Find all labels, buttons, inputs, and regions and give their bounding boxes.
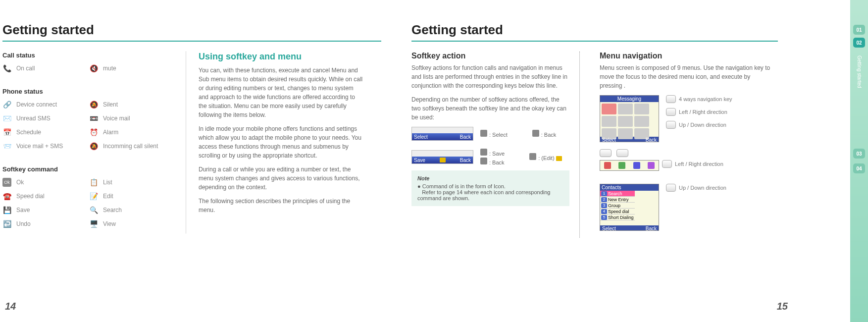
call-status-heading: Call status: [2, 52, 171, 59]
mute-icon: 🔇: [89, 64, 98, 73]
softkey-bar: Select Back: [411, 127, 473, 141]
search-icon: 🔍: [89, 206, 98, 215]
menu-navigation-heading: Menu navigation: [600, 52, 773, 60]
page-left: Getting started Call status 📞 On call 🔇 …: [0, 0, 396, 322]
screen-title: Messaging: [600, 96, 659, 102]
phone-screen-messaging: Messaging SelectBack: [600, 95, 659, 142]
command-item: 🖥️View: [89, 219, 171, 228]
save-icon: 💾: [2, 206, 11, 215]
command-label: List: [103, 179, 112, 186]
softkey-left-icon: [600, 149, 612, 157]
phone-screen-contacts: Contacts 1Search 2New Entry 3Group 4Spee…: [600, 184, 659, 231]
edit-mini-icon: [440, 158, 446, 162]
key-icon: [480, 130, 487, 137]
page-number: 15: [777, 301, 788, 312]
list-item: 1Search: [600, 191, 635, 197]
body-paragraph: Softkey actions for function calls and n…: [411, 63, 569, 90]
keypad-hint: [600, 149, 773, 157]
page-title: Getting started: [2, 22, 381, 38]
page-right: Getting started Softkey action Softkey a…: [397, 0, 793, 322]
softkey-command-heading: Softkey command: [2, 165, 171, 173]
body-paragraph: You can, with these functions, execute a…: [199, 66, 364, 119]
status-item: ✉️Unread SMS: [2, 114, 84, 123]
silent-icon: 🔕: [89, 100, 98, 109]
status-item: ⏰Alarm: [89, 128, 171, 137]
softkey-example-row: 5987408 Save Back : Save : Back :: [411, 149, 569, 165]
list-icon: 📋: [89, 178, 98, 187]
list-item: 5Short Dialing: [600, 215, 635, 220]
chapter-tab[interactable]: 04: [853, 163, 865, 173]
command-item: 💾Save: [2, 206, 84, 215]
status-item: 📨Voice mail + SMS: [2, 142, 84, 151]
list-item: 3Group: [600, 203, 635, 209]
nav-key-desc: Up / Down direction: [666, 184, 726, 192]
status-label: Incomming call silent: [103, 143, 158, 150]
menu-navigation-column: Menu navigation Menu screen is composed …: [595, 52, 773, 238]
command-item: 📋List: [89, 178, 171, 187]
undo-icon: ↩️: [2, 219, 11, 228]
schedule-icon: 📅: [2, 128, 11, 137]
softkey-left-label: Save: [414, 158, 425, 163]
status-column: Call status 📞 On call 🔇 mute Phone statu…: [2, 52, 171, 233]
command-label: Ok: [16, 179, 24, 186]
chapter-tab[interactable]: 03: [853, 149, 865, 159]
page-number: 14: [5, 301, 16, 312]
note-title: Note: [417, 175, 563, 181]
chapter-tab[interactable]: 01: [853, 25, 865, 35]
on-call-icon: 📞: [2, 64, 11, 73]
status-label: Unread SMS: [16, 115, 51, 122]
softkey-right-label: Back: [460, 158, 471, 163]
key-icon: [480, 158, 487, 164]
nav-key-icon: [666, 184, 676, 192]
command-label: Edit: [103, 193, 113, 200]
alarm-icon: ⏰: [89, 128, 98, 137]
command-label: Save: [16, 207, 30, 214]
device-connect-icon: 🔗: [2, 100, 11, 109]
strip-icon: [618, 162, 625, 169]
command-label: Undo: [16, 220, 31, 227]
voice-mail-sms-icon: 📨: [2, 142, 11, 151]
nav-key-desc: Up / Down direction: [666, 121, 732, 129]
list-item: 2New Entry: [600, 197, 635, 203]
status-item: 📞 On call: [2, 64, 84, 73]
unread-sms-icon: ✉️: [2, 114, 11, 123]
softkey-desc: : Select: [480, 130, 508, 138]
body-paragraph: The following section describes the prin…: [199, 197, 364, 215]
status-item: 📅Schedule: [2, 128, 84, 137]
phone-status-heading: Phone status: [2, 88, 171, 95]
strip-icon: [648, 162, 655, 169]
status-label: Voice mail + SMS: [16, 143, 63, 150]
body-paragraph: In idle mode your mobile phone offers fu…: [199, 124, 364, 160]
nav-key-desc: Left / Right direction: [666, 108, 732, 116]
softkey-desc: : Back: [480, 158, 505, 165]
softkey-left-label: Select: [414, 134, 428, 140]
list-item: 4Speed dial: [600, 209, 635, 215]
key-icon: [529, 153, 536, 160]
chapter-tab[interactable]: 02: [853, 38, 865, 48]
nav-key-icon: [662, 160, 672, 168]
command-label: Search: [103, 207, 122, 214]
using-heading: Using softkey and menu: [199, 52, 364, 62]
softkey-desc: : (Edit): [529, 153, 562, 161]
speed-dial-icon: ☎️: [2, 192, 11, 201]
key-icon: [480, 149, 487, 156]
status-label: Alarm: [103, 129, 118, 136]
note-body: ● Command of is in the form of Icon. Ref…: [417, 183, 563, 201]
softkey-desc: : Save: [480, 149, 505, 157]
body-paragraph: During a call or while you are editing a…: [199, 165, 364, 192]
status-item: 🔕Incomming call silent: [89, 142, 171, 151]
command-item: 📝Edit: [89, 192, 171, 201]
incoming-silent-icon: 🔕: [89, 142, 98, 151]
status-label: On call: [16, 65, 35, 72]
screen-title: Contacts: [600, 184, 659, 191]
page-title: Getting started: [411, 22, 778, 38]
chapter-side-label: Getting started: [857, 55, 862, 88]
voice-mail-icon: 📼: [89, 114, 98, 123]
using-column: Using softkey and menu You can, with the…: [186, 52, 364, 233]
nav-key-icon: [666, 108, 676, 116]
softkey-desc: : Back: [532, 130, 557, 138]
edit-mini-icon: [556, 156, 562, 161]
nav-key-desc: 4 ways navigation key: [666, 95, 732, 103]
softkey-action-column: Softkey action Softkey actions for funct…: [411, 52, 580, 238]
softkey-right-icon: [616, 149, 628, 157]
